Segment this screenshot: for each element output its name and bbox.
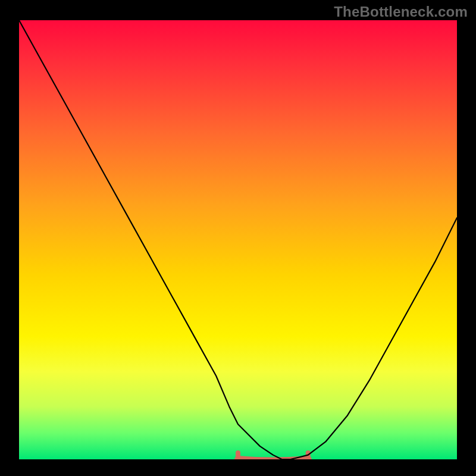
watermark-text: TheBottleneck.com — [334, 4, 468, 20]
highlight-band-group — [238, 453, 308, 459]
plot-area — [19, 20, 457, 459]
curve-line — [19, 20, 457, 459]
chart-svg — [19, 20, 457, 459]
chart-frame: TheBottleneck.com — [0, 0, 476, 476]
